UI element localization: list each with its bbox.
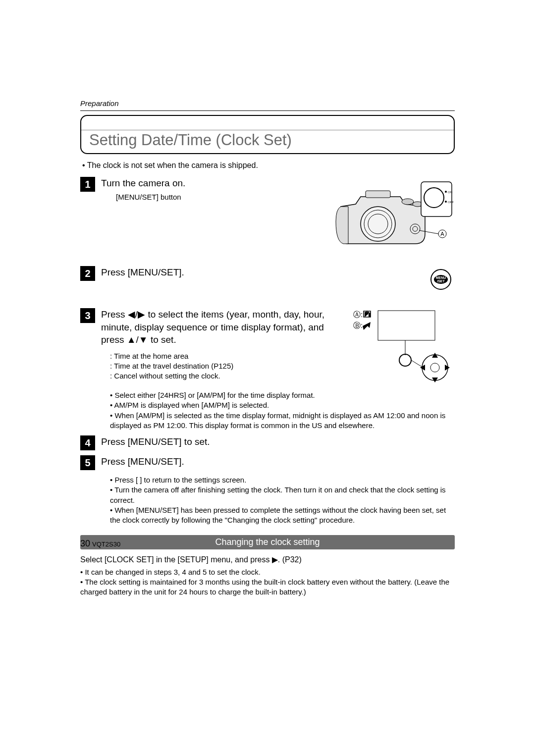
step-number-1: 1 xyxy=(80,177,95,192)
step-3-title: Press ◀/▶ to select the items (year, mon… xyxy=(101,308,341,346)
svg-text:ON: ON xyxy=(448,191,452,194)
svg-text:/SET: /SET xyxy=(437,279,445,283)
svg-rect-3 xyxy=(366,191,390,198)
step-number-5: 5 xyxy=(80,455,95,470)
svg-rect-8 xyxy=(421,182,452,216)
step-number-4: 4 xyxy=(80,435,95,450)
subsection-header: Changing the clock setting xyxy=(80,535,455,549)
step-3-notes: : Time at the home area : Time at the tr… xyxy=(110,351,341,381)
svg-line-33 xyxy=(411,360,422,367)
svg-point-4 xyxy=(402,199,414,205)
step-2: 2 Press [MENU/SET]. xyxy=(80,266,418,281)
step-2-title: Press [MENU/SET]. xyxy=(101,266,418,279)
step-number-3: 3 xyxy=(80,308,95,323)
step-3-bullets: • Select either [24HRS] or [AM/PM] for t… xyxy=(110,390,455,431)
step-5-bullets: • Press [ ] to return to the settings sc… xyxy=(110,475,455,525)
svg-text:A: A xyxy=(440,231,444,237)
svg-text:Ⓐ:: Ⓐ: xyxy=(353,310,363,319)
svg-point-12 xyxy=(445,201,447,203)
svg-point-26 xyxy=(399,354,411,366)
camera-diagram: ON OFF A xyxy=(331,177,455,251)
svg-rect-24 xyxy=(378,311,435,340)
step-3: 3 Press ◀/▶ to select the items (year, m… xyxy=(80,308,341,346)
step-4: 4 Press [MENU/SET] to set. xyxy=(80,435,455,450)
footer-line: Select [CLOCK SET] in the [SETUP] menu, … xyxy=(80,554,455,565)
footer-bullets: • It can be changed in steps 3, 4 and 5 … xyxy=(80,567,455,597)
page-number: 30VQT2S30 xyxy=(80,539,120,549)
svg-point-27 xyxy=(422,355,448,380)
menu-set-icon: MENU /SET xyxy=(428,266,455,293)
step-1-sub: [MENU/SET] button xyxy=(116,193,321,201)
svg-text:OFF: OFF xyxy=(448,201,454,204)
step-5-title: Press [MENU/SET]. xyxy=(101,455,455,468)
svg-point-0 xyxy=(361,207,395,241)
svg-point-28 xyxy=(430,363,439,372)
step-number-2: 2 xyxy=(80,266,95,281)
divider xyxy=(80,110,455,111)
clock-set-diagram: Ⓐ: Ⓑ: xyxy=(351,308,455,387)
svg-point-10 xyxy=(445,191,447,193)
svg-text:MENU: MENU xyxy=(436,276,446,279)
step-1-title: Turn the camera on. xyxy=(101,177,321,190)
intro-note: • The clock is not set when the camera i… xyxy=(82,161,455,170)
page-title: Setting Date/Time (Clock Set) xyxy=(81,130,454,153)
svg-text:Ⓑ:: Ⓑ: xyxy=(353,321,363,329)
step-1: 1 Turn the camera on. [MENU/SET] button xyxy=(80,177,321,201)
section-label: Preparation xyxy=(80,99,455,108)
step-5: 5 Press [MENU/SET]. xyxy=(80,455,455,470)
title-box: Setting Date/Time (Clock Set) xyxy=(80,115,455,154)
step-4-title: Press [MENU/SET] to set. xyxy=(101,435,455,448)
